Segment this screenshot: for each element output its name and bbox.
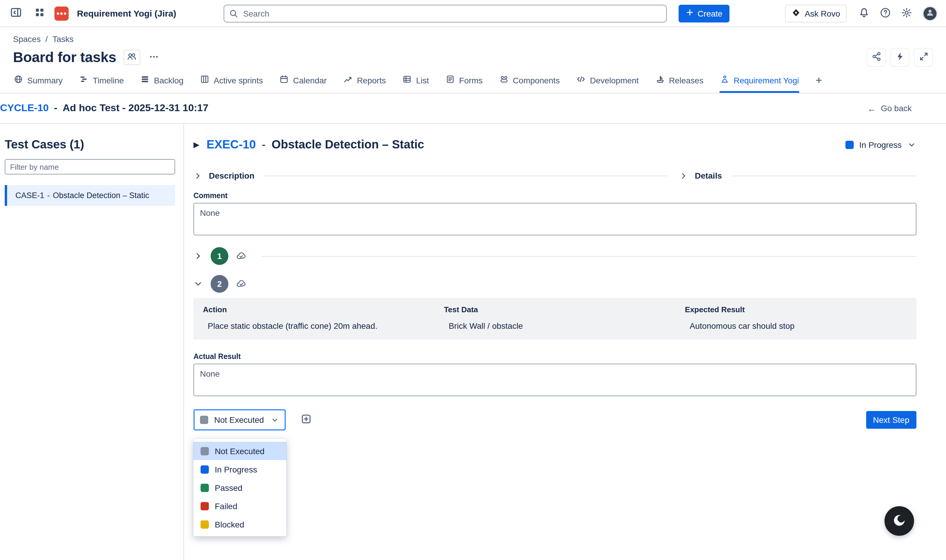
user-avatar[interactable]: [922, 6, 938, 21]
status-option-blocked[interactable]: Blocked: [193, 515, 287, 533]
section-divider: [265, 175, 668, 176]
tab-summary[interactable]: Summary: [13, 73, 63, 92]
comment-textarea[interactable]: None: [193, 203, 917, 235]
tab-forms[interactable]: Forms: [445, 73, 483, 92]
filter-by-name-input[interactable]: [5, 159, 175, 174]
search-input[interactable]: [223, 5, 667, 22]
rovo-chat-button[interactable]: [884, 506, 914, 536]
tab-list[interactable]: List: [402, 73, 430, 92]
step-status-row: Not Executed Next Step Not Executed: [193, 409, 917, 431]
execution-key-link[interactable]: EXEC-10: [206, 138, 256, 151]
app-switcher-icon: [34, 7, 45, 20]
execution-title: Obstacle Detection – Static: [271, 138, 424, 151]
breadcrumb-tasks-link[interactable]: Tasks: [52, 34, 74, 44]
ship-icon: [655, 74, 665, 86]
column-header-expected-result: Expected Result: [685, 305, 907, 314]
screen: Requirement Yogi (Jira) Create Ask Rovo: [0, 0, 946, 560]
ask-rovo-button[interactable]: Ask Rovo: [785, 5, 847, 22]
tab-reports[interactable]: Reports: [342, 73, 386, 92]
create-button[interactable]: Create: [679, 5, 729, 22]
chevron-down-icon: [270, 415, 279, 424]
cycle-key-link[interactable]: CYCLE-10: [0, 102, 49, 114]
tab-development[interactable]: Development: [576, 73, 639, 92]
more-actions-button[interactable]: [146, 50, 161, 65]
step-status-selected-label: Not Executed: [214, 415, 265, 425]
step-1-row: 1: [193, 247, 917, 265]
execution-status-dropdown[interactable]: In Progress: [846, 140, 917, 149]
plus-icon: [686, 8, 694, 18]
rovo-icon: [792, 8, 800, 18]
step-divider: [262, 256, 917, 256]
cloud-check-icon: [236, 251, 247, 262]
actual-result-textarea[interactable]: None: [193, 364, 917, 396]
global-search: [223, 5, 667, 22]
chevron-right-icon[interactable]: [193, 251, 203, 261]
description-section-toggle[interactable]: Description: [193, 171, 668, 180]
cycle-separator: -: [54, 102, 57, 114]
timeline-icon: [79, 74, 89, 86]
details-section-toggle[interactable]: Details: [679, 171, 917, 180]
calendar-icon: [280, 74, 289, 86]
add-tab-button[interactable]: +: [815, 73, 823, 93]
tab-releases[interactable]: Releases: [655, 73, 704, 92]
status-color-swatch: [200, 465, 209, 473]
tab-timeline[interactable]: Timeline: [79, 73, 125, 92]
breadcrumb-spaces-link[interactable]: Spaces: [13, 34, 40, 44]
step-number-badge[interactable]: 2: [211, 275, 228, 293]
add-comment-button[interactable]: [300, 413, 312, 426]
code-icon: [576, 74, 586, 86]
test-cases-panel: Test Cases (1) CASE-1 - Obstacle Detecti…: [0, 124, 184, 560]
details-section-label: Details: [695, 171, 722, 180]
components-icon: [499, 74, 508, 86]
case-title: Obstacle Detection – Static: [53, 191, 149, 200]
sidebar-toggle-button[interactable]: [7, 5, 25, 22]
go-back-button[interactable]: ← Go back: [867, 103, 912, 113]
status-color-swatch: [200, 416, 208, 424]
app-switcher-button[interactable]: [31, 5, 49, 22]
page-title: Board for tasks: [13, 49, 116, 66]
column-header-test-data: Test Data: [444, 305, 666, 314]
status-option-in-progress[interactable]: In Progress: [193, 460, 287, 478]
people-icon: [126, 51, 137, 63]
requirement-yogi-icon: [720, 74, 729, 86]
board-members-button[interactable]: [123, 50, 140, 65]
status-option-failed[interactable]: Failed: [193, 497, 287, 515]
tab-active-sprints[interactable]: Active sprints: [199, 73, 263, 92]
automation-button[interactable]: [891, 48, 909, 67]
status-option-passed[interactable]: Passed: [193, 478, 287, 497]
share-button[interactable]: [867, 48, 886, 67]
globe-icon: [14, 74, 23, 86]
settings-button[interactable]: [897, 5, 915, 22]
bell-icon: [858, 7, 869, 20]
arrow-left-icon: ←: [867, 103, 876, 113]
status-option-not-executed[interactable]: Not Executed: [193, 442, 287, 460]
step-status-select[interactable]: Not Executed: [193, 409, 286, 431]
step-status-menu: Not Executed In Progress Passed Failed: [193, 439, 287, 536]
tab-components[interactable]: Components: [498, 73, 560, 92]
app-title[interactable]: Requirement Yogi (Jira): [77, 8, 176, 18]
next-step-button[interactable]: Next Step: [866, 411, 917, 429]
execution-header: ▶ EXEC-10 - Obstacle Detection – Static …: [193, 138, 917, 151]
fullscreen-button[interactable]: [914, 48, 933, 67]
app-logo-icon[interactable]: [54, 6, 69, 20]
execution-separator: -: [262, 138, 266, 151]
step-number-badge[interactable]: 1: [211, 247, 228, 265]
tab-calendar[interactable]: Calendar: [279, 73, 327, 92]
table-icon: [402, 74, 412, 86]
status-color-swatch: [200, 483, 209, 492]
notifications-button[interactable]: [855, 5, 873, 22]
chevron-right-icon: [679, 171, 688, 180]
tab-requirement-yogi[interactable]: Requirement Yogi: [720, 73, 800, 92]
case-separator: -: [47, 191, 50, 200]
test-case-list-item[interactable]: CASE-1 - Obstacle Detection – Static: [5, 185, 175, 206]
chevron-down-icon[interactable]: [193, 279, 203, 289]
tab-backlog[interactable]: Backlog: [140, 73, 184, 92]
add-plus-box-icon: [300, 413, 312, 426]
chart-line-icon: [343, 74, 353, 86]
status-color-swatch: [200, 447, 209, 455]
fullscreen-icon: [918, 51, 929, 63]
status-color-swatch: [200, 520, 209, 528]
step-details-table: Action Place static obstacle (traffic co…: [193, 298, 917, 339]
help-button[interactable]: [876, 5, 894, 22]
header-actions: [867, 48, 933, 67]
